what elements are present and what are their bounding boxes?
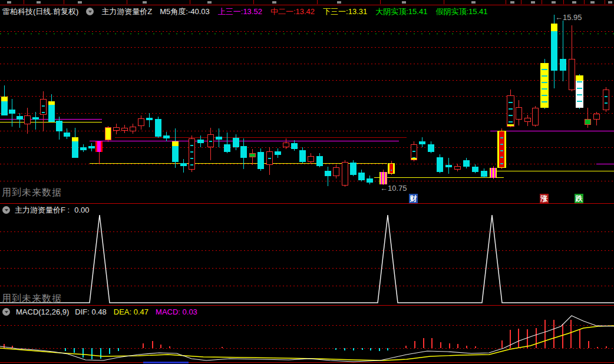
toolbar-fragment xyxy=(78,1,82,4)
toolbar-separator xyxy=(506,0,506,4)
price-label: ←10.75 xyxy=(380,184,407,193)
candle-stripes xyxy=(190,140,193,168)
candle-stripes xyxy=(605,91,608,109)
signal-spikes xyxy=(0,204,614,305)
chart-tag-button[interactable]: 财 xyxy=(409,194,418,203)
candle-yellow-cap xyxy=(507,124,514,126)
candle xyxy=(105,127,111,140)
toolbar-separator xyxy=(542,0,542,4)
toolbar-fragment xyxy=(402,1,406,4)
toolbar-separator xyxy=(521,0,521,4)
candle-yellow-cap xyxy=(48,101,55,105)
toolbar-separator xyxy=(127,0,127,4)
candle-wick xyxy=(328,167,328,186)
toolbar-separator xyxy=(380,0,381,4)
macd-panel[interactable] xyxy=(0,305,614,364)
candle-yellow-cap xyxy=(576,75,583,81)
green-dotted-line xyxy=(0,34,614,34)
candle xyxy=(233,138,239,147)
toolbar-fragment xyxy=(531,1,535,4)
toolbar-fragment xyxy=(272,1,276,4)
candle xyxy=(56,121,62,131)
candlestick-chart[interactable]: ←15.95←10.75财涨跌用到未来数据 xyxy=(0,5,614,203)
candle xyxy=(428,144,434,152)
signal-line xyxy=(115,137,407,138)
chart-tag-button[interactable]: 跌 xyxy=(575,194,583,203)
candle xyxy=(593,114,600,120)
candle xyxy=(507,95,514,127)
signal-line xyxy=(596,164,614,164)
candle xyxy=(64,133,70,137)
candle xyxy=(472,167,478,172)
candle xyxy=(437,157,443,172)
candle xyxy=(333,167,339,176)
toolbar-fragment xyxy=(471,1,476,4)
candle xyxy=(224,144,230,152)
signal-panel[interactable]: 用到未来数据 xyxy=(0,204,614,305)
candle xyxy=(497,131,506,168)
candle xyxy=(481,171,487,177)
candle-stripes xyxy=(42,100,45,114)
grid-line xyxy=(0,47,614,48)
toolbar-separator xyxy=(563,0,564,4)
signal-line xyxy=(0,122,102,123)
signal-line xyxy=(496,171,614,171)
candle xyxy=(603,90,609,110)
candle-wick xyxy=(149,113,150,127)
candle-yellow-cap xyxy=(411,158,417,160)
grid-line xyxy=(0,80,614,81)
candle xyxy=(216,137,222,140)
candle xyxy=(551,24,557,71)
candle xyxy=(490,168,497,178)
future-data-watermark: 用到未来数据 xyxy=(2,187,62,199)
candle xyxy=(350,163,356,175)
candle xyxy=(258,152,264,169)
bottom-border xyxy=(0,362,614,363)
candle xyxy=(266,151,273,165)
candle xyxy=(155,119,161,137)
candle xyxy=(240,146,247,158)
grid-line xyxy=(0,181,614,181)
candle xyxy=(532,108,539,125)
candle xyxy=(325,171,331,176)
candle xyxy=(299,150,306,162)
toolbar-separator xyxy=(190,0,190,4)
toolbar-fragment xyxy=(510,1,514,4)
candle-wick xyxy=(19,113,20,128)
candle xyxy=(454,166,461,170)
candle xyxy=(291,143,298,149)
candle xyxy=(463,160,470,167)
candle xyxy=(32,117,39,120)
price-label: ←15.95 xyxy=(555,13,582,22)
candle-stripes xyxy=(391,164,392,173)
candle xyxy=(316,156,323,166)
candle xyxy=(585,119,591,125)
toolbar-separator xyxy=(253,0,254,4)
candle xyxy=(9,110,15,114)
toolbar-fragment xyxy=(337,1,341,4)
candle xyxy=(130,127,136,131)
candle xyxy=(342,162,348,186)
candle xyxy=(358,173,365,180)
toolbar-separator xyxy=(317,0,318,4)
candle xyxy=(308,156,314,162)
candle-yellow-cap xyxy=(551,24,557,31)
toolbar-fragment xyxy=(143,1,147,4)
toolbar-fragment xyxy=(7,1,11,4)
grid-line xyxy=(0,96,614,97)
candle xyxy=(576,75,583,108)
candle xyxy=(516,107,522,120)
candle xyxy=(275,151,281,155)
candle xyxy=(163,135,170,138)
candle xyxy=(24,115,31,124)
candle-stripes xyxy=(268,153,271,164)
candle-yellow-cap xyxy=(72,137,78,141)
chart-tag-button[interactable]: 涨 xyxy=(540,194,549,203)
signal-line xyxy=(490,131,614,131)
toolbar-fragment xyxy=(552,1,556,4)
candle xyxy=(445,165,452,167)
scrollbar-thumb[interactable] xyxy=(143,362,189,363)
candle xyxy=(419,141,425,144)
candle xyxy=(95,141,103,152)
candle xyxy=(197,140,204,143)
